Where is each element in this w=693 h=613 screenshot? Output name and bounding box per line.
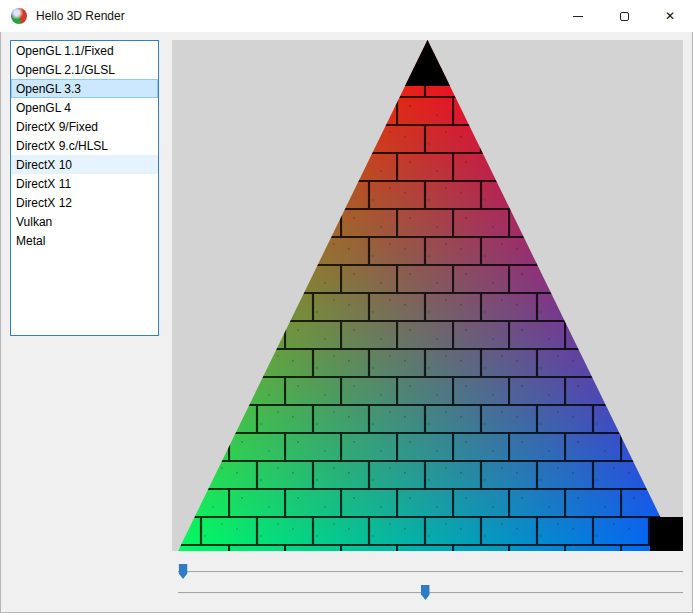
close-icon: ✕ — [665, 10, 675, 22]
sidebar-item-directx-11[interactable]: DirectX 11 — [11, 174, 158, 193]
slider-1[interactable] — [178, 564, 683, 579]
sidebar-item-directx-10[interactable]: DirectX 10 — [11, 155, 158, 174]
rgb-triangle-render — [172, 40, 683, 551]
sidebar-item-directx-9c-hlsl[interactable]: DirectX 9.c/HLSL — [11, 136, 158, 155]
minimize-button[interactable] — [555, 0, 601, 32]
sidebar-item-metal[interactable]: Metal — [11, 231, 158, 250]
window-controls: ✕ — [555, 0, 693, 32]
titlebar[interactable]: Hello 3D Render ✕ — [0, 0, 693, 32]
close-button[interactable]: ✕ — [647, 0, 693, 32]
slider-1-thumb[interactable] — [179, 564, 188, 579]
window-title: Hello 3D Render — [36, 9, 125, 23]
sidebar-item-directx-9-fixed[interactable]: DirectX 9/Fixed — [11, 117, 158, 136]
maximize-icon — [620, 12, 629, 21]
slider-1-track[interactable] — [178, 571, 683, 573]
app-icon[interactable] — [11, 8, 27, 24]
render-viewport — [172, 40, 683, 551]
maximize-button[interactable] — [601, 0, 647, 32]
sidebar-item-vulkan[interactable]: Vulkan — [11, 212, 158, 231]
slider-2-thumb[interactable] — [421, 585, 430, 600]
sidebar-item-opengl-33[interactable]: OpenGL 3.3 — [11, 79, 158, 98]
sidebar-item-opengl-4[interactable]: OpenGL 4 — [11, 98, 158, 117]
renderer-listbox: OpenGL 1.1/Fixed OpenGL 2.1/GLSL OpenGL … — [10, 40, 159, 336]
minimize-icon — [573, 16, 583, 17]
sidebar-item-opengl-21-glsl[interactable]: OpenGL 2.1/GLSL — [11, 60, 158, 79]
black-corner-square — [650, 517, 683, 551]
sidebar-item-directx-12[interactable]: DirectX 12 — [11, 193, 158, 212]
sidebar-item-opengl-11-fixed[interactable]: OpenGL 1.1/Fixed — [11, 41, 158, 60]
slider-2[interactable] — [178, 585, 683, 600]
slider-2-track[interactable] — [178, 592, 683, 594]
app-window: Hello 3D Render ✕ OpenGL 1.1/Fixed OpenG… — [0, 0, 693, 613]
black-apex-tip — [405, 40, 450, 86]
